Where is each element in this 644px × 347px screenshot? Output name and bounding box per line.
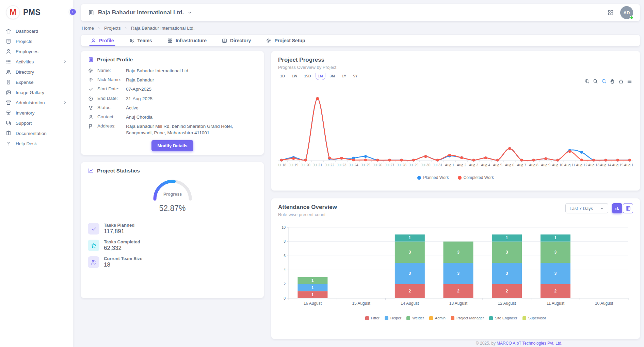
logo-icon: M: [6, 5, 20, 19]
company-name: Raja Bahadur International Ltd.: [98, 9, 184, 16]
svg-text:6: 6: [284, 254, 286, 258]
app-logo[interactable]: M PMS: [0, 0, 73, 26]
sidebar-item-activities[interactable]: Activities: [0, 57, 73, 67]
zoom-out-icon[interactable]: [593, 78, 598, 84]
svg-text:3: 3: [506, 271, 508, 276]
star-icon: [91, 242, 97, 249]
svg-text:Aug 3: Aug 3: [469, 163, 479, 167]
svg-text:3: 3: [408, 250, 411, 255]
time-range-buttons: 1D1W15D1M3M1Y5Y: [278, 74, 633, 78]
check-icon: [88, 86, 94, 92]
avatar-initials: AD: [624, 10, 630, 15]
legend-supervisor[interactable]: Supervisor: [522, 316, 546, 320]
legend-dot: [417, 176, 421, 180]
sidebar-nav: DashboardProjectsEmployeesActivitiesDire…: [0, 26, 73, 149]
tab-label: Teams: [138, 38, 152, 43]
sidebar-item-expense[interactable]: Expense: [0, 77, 73, 87]
store-icon: [5, 110, 12, 116]
breadcrumb-item[interactable]: Projects: [104, 26, 121, 31]
home-icon[interactable]: [618, 78, 624, 84]
svg-text:2: 2: [284, 282, 286, 286]
building-icon: [88, 57, 94, 63]
sidebar-item-employees[interactable]: Employees: [0, 46, 73, 57]
sidebar-item-label: Activities: [16, 59, 34, 64]
zoom-in-icon[interactable]: [584, 78, 590, 84]
sidebar-item-dashboard[interactable]: Dashboard: [0, 26, 73, 36]
legend-helper[interactable]: Helper: [385, 316, 401, 320]
sidebar-item-directory[interactable]: Directory: [0, 67, 73, 77]
footer-link[interactable]: MARCO AIoT Technologies Pvt. Ltd.: [497, 341, 562, 346]
sidebar-item-help-desk[interactable]: Help Desk: [0, 138, 73, 149]
legend-welder[interactable]: Welder: [406, 316, 424, 320]
tab-label: Project Setup: [274, 38, 305, 43]
list-icon: [5, 59, 12, 65]
person-icon: [91, 38, 96, 44]
tab-project-setup[interactable]: Project Setup: [266, 35, 305, 46]
view-table-button[interactable]: [623, 203, 633, 213]
profile-field-status: Status:Active: [88, 105, 257, 111]
range-1w-button[interactable]: 1W: [292, 74, 297, 78]
progress-gauge-svg: Progress: [147, 177, 198, 202]
view-bar-chart-button[interactable]: [612, 203, 622, 213]
breadcrumb-item[interactable]: Home: [82, 26, 94, 31]
field-value: 31-Aug-2025: [126, 96, 257, 102]
range-1m-button[interactable]: 1M: [318, 74, 323, 78]
legend-planned-work[interactable]: Planned Work: [417, 175, 449, 180]
image-icon: [5, 89, 12, 95]
tab-profile[interactable]: Profile: [91, 35, 114, 46]
svg-text:Jul 21: Jul 21: [313, 163, 322, 167]
svg-text:Jul 29: Jul 29: [409, 163, 418, 167]
sidebar-item-support[interactable]: Support: [0, 118, 73, 128]
legend-completed-work[interactable]: Completed Work: [458, 175, 494, 180]
legend-project-manager[interactable]: Project Manager: [451, 316, 484, 320]
field-label: Nick Name:: [97, 77, 126, 82]
avatar[interactable]: AD: [620, 6, 633, 19]
sidebar-item-inventory[interactable]: Inventory: [0, 108, 73, 118]
pan-icon[interactable]: [610, 78, 615, 84]
legend-fitter[interactable]: Fitter: [365, 316, 380, 320]
stat-icon-box: [88, 256, 99, 268]
range-5y-button[interactable]: 5Y: [353, 74, 357, 78]
person-icon: [88, 114, 94, 120]
field-label: Address:: [97, 123, 126, 129]
sidebar-item-projects[interactable]: Projects: [0, 36, 73, 46]
range-15d-button[interactable]: 15D: [304, 74, 311, 78]
field-value: Active: [126, 105, 257, 111]
svg-text:Aug 7: Aug 7: [517, 163, 527, 167]
search-icon[interactable]: [601, 78, 607, 84]
range-1d-button[interactable]: 1D: [280, 74, 285, 78]
archive-icon: [5, 100, 12, 106]
range-1y-button[interactable]: 1Y: [342, 74, 346, 78]
stat-current-team-size: Current Team Size18: [88, 256, 257, 268]
people-icon: [5, 69, 12, 75]
period-select[interactable]: Last 7 Days: [565, 203, 608, 213]
legend-dot: [458, 176, 462, 180]
company-selector[interactable]: Raja Bahadur International Ltd.: [88, 9, 192, 16]
stat-tasks-planned: Tasks Planned117,891: [88, 223, 257, 235]
legend-admin[interactable]: Admin: [429, 316, 446, 320]
tab-teams[interactable]: Teams: [129, 35, 152, 46]
menu-icon[interactable]: [627, 78, 632, 84]
sidebar-collapse-button[interactable]: [68, 7, 77, 16]
online-status-dot: [630, 16, 633, 19]
svg-text:3: 3: [457, 271, 460, 276]
svg-text:Aug 6: Aug 6: [505, 163, 514, 167]
svg-text:10 August: 10 August: [595, 301, 613, 306]
legend-swatch: [451, 316, 454, 320]
tab-infrastructure[interactable]: Infrastructure: [167, 35, 207, 46]
range-3m-button[interactable]: 3M: [330, 74, 335, 78]
field-value: Raja Bahadur Mill Rd, behind Sheraton Gr…: [126, 123, 257, 136]
svg-text:Aug 5: Aug 5: [493, 163, 502, 167]
legend-site-engineer[interactable]: Site Engineer: [489, 316, 517, 320]
svg-text:Aug 15: Aug 15: [612, 163, 623, 167]
sidebar-item-label: Inventory: [16, 110, 35, 116]
sidebar-item-image-gallary[interactable]: Image Gallary: [0, 87, 73, 97]
shortcuts-grid-icon[interactable]: [607, 9, 614, 16]
sidebar-item-administration[interactable]: Administration: [0, 97, 73, 108]
tab-directory[interactable]: Directory: [222, 35, 251, 46]
svg-text:2: 2: [506, 289, 508, 293]
home-icon: [5, 28, 12, 34]
sidebar-item-documentation[interactable]: Documentation: [0, 128, 73, 138]
modify-details-button[interactable]: Modify Details: [151, 140, 193, 151]
project-profile-card: Project Profile Name:Raja Bahadur Intern…: [81, 51, 264, 155]
